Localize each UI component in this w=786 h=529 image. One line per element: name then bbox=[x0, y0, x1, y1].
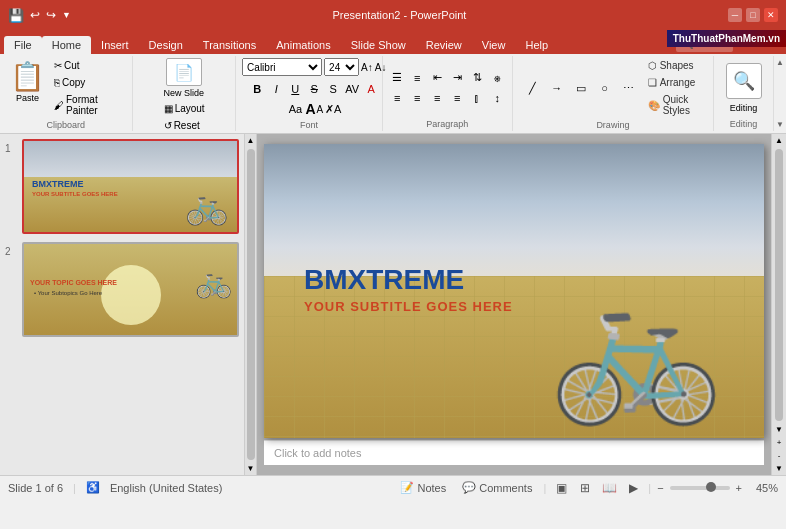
canvas-scroll-bottom[interactable]: ▼ bbox=[773, 462, 785, 475]
layout-icon: ▦ bbox=[164, 103, 173, 114]
new-slide-button[interactable]: 📄 bbox=[166, 58, 202, 86]
convert-to-smartart-button[interactable]: ⎈ bbox=[488, 69, 506, 87]
copy-button[interactable]: ⎘Copy bbox=[51, 75, 126, 90]
increase-indent-button[interactable]: ⇥ bbox=[448, 69, 466, 87]
columns-button[interactable]: ⫿ bbox=[468, 89, 486, 107]
font-family-select[interactable]: Calibri bbox=[242, 58, 322, 76]
canvas-scroll-down[interactable]: ▼ bbox=[773, 423, 785, 436]
find-button[interactable]: 🔍 bbox=[726, 63, 762, 99]
strikethrough-button[interactable]: S bbox=[305, 80, 323, 98]
justify-button[interactable]: ≡ bbox=[448, 89, 466, 107]
tab-review[interactable]: Review bbox=[416, 36, 472, 54]
zoom-thumb[interactable] bbox=[706, 482, 716, 492]
bold-button[interactable]: B bbox=[248, 80, 266, 98]
tab-view[interactable]: View bbox=[472, 36, 516, 54]
shapes-button[interactable]: ⬡ Shapes bbox=[644, 58, 707, 73]
cut-copy-column: ✂Cut ⎘Copy 🖌Format Painter bbox=[51, 58, 126, 118]
slideshow-button[interactable]: ▶ bbox=[624, 479, 642, 497]
tab-transitions[interactable]: Transitions bbox=[193, 36, 266, 54]
decrease-indent-button[interactable]: ⇤ bbox=[428, 69, 446, 87]
format-painter-button[interactable]: 🖌Format Painter bbox=[51, 92, 126, 118]
tab-slideshow[interactable]: Slide Show bbox=[341, 36, 416, 54]
notes-placeholder[interactable]: Click to add notes bbox=[264, 440, 764, 465]
redo-icon[interactable]: ↪ bbox=[46, 8, 56, 22]
tab-home[interactable]: Home bbox=[42, 36, 91, 54]
text-direction-button[interactable]: ⇅ bbox=[468, 69, 486, 87]
tab-insert[interactable]: Insert bbox=[91, 36, 139, 54]
canvas-scroll-up[interactable]: ▲ bbox=[773, 134, 785, 147]
thumb1-sky bbox=[24, 141, 237, 182]
tab-help[interactable]: Help bbox=[515, 36, 558, 54]
canvas-scroll-thumb[interactable] bbox=[775, 149, 783, 421]
align-center-button[interactable]: ≡ bbox=[408, 89, 426, 107]
close-button[interactable]: ✕ bbox=[764, 8, 778, 22]
minimize-button[interactable]: ─ bbox=[728, 8, 742, 22]
ribbon-scroll-up[interactable]: ▲ bbox=[776, 58, 784, 67]
font-color-button[interactable]: A bbox=[362, 80, 380, 98]
numbered-list-button[interactable]: ≡ bbox=[408, 69, 426, 87]
line-spacing-button[interactable]: ↕ bbox=[488, 89, 506, 107]
canvas-scroll-contract[interactable]: - bbox=[776, 449, 783, 462]
undo-icon[interactable]: ↩ bbox=[30, 8, 40, 22]
slide-thumb-1[interactable]: 1 BMXTREME YOUR SUBTITLE GOES HERE 🚲 bbox=[5, 139, 239, 234]
text-case-button[interactable]: Aa bbox=[286, 100, 304, 118]
canvas-title[interactable]: BMXTREME bbox=[304, 264, 464, 296]
align-row: ≡ ≡ ≡ ≡ ⫿ ↕ bbox=[388, 89, 506, 107]
notes-icon: 📝 bbox=[400, 481, 414, 494]
panel-scroll-down[interactable]: ▼ bbox=[245, 462, 257, 475]
slide-thumb-2[interactable]: 2 YOUR TOPIC GOES HERE • Your Subtopics … bbox=[5, 242, 239, 337]
slide-sorter-button[interactable]: ⊞ bbox=[576, 479, 594, 497]
zoom-in-icon[interactable]: + bbox=[736, 482, 742, 494]
increase-font-icon[interactable]: A↑ bbox=[361, 62, 373, 73]
shape-more[interactable]: ⋯ bbox=[615, 74, 643, 102]
canvas-scroll-expand[interactable]: + bbox=[775, 436, 784, 449]
clear-format-button[interactable]: ✗A bbox=[324, 100, 342, 118]
panel-scroll-thumb[interactable] bbox=[247, 149, 255, 460]
char-spacing-button[interactable]: AV bbox=[343, 80, 361, 98]
align-right-button[interactable]: ≡ bbox=[428, 89, 446, 107]
normal-view-button[interactable]: ▣ bbox=[552, 479, 570, 497]
tab-file[interactable]: File bbox=[4, 36, 42, 54]
font-content: Calibri 24 A↑ A↓ B I U S S AV A Aa A A ✗… bbox=[242, 58, 376, 118]
save-icon[interactable]: 💾 bbox=[8, 8, 24, 23]
thumb2-circle bbox=[101, 265, 161, 325]
quick-styles-button[interactable]: 🎨 Quick Styles bbox=[644, 92, 707, 118]
tell-me-box[interactable]: 🔍 Tell me bbox=[676, 34, 733, 52]
slide-canvas[interactable]: BMXTREME YOUR SUBTITLE GOES HERE 🚲 bbox=[264, 144, 764, 438]
new-slide-label[interactable]: New Slide bbox=[164, 88, 205, 98]
tab-animations[interactable]: Animations bbox=[266, 36, 340, 54]
accessibility-icon[interactable]: ♿ bbox=[86, 481, 100, 494]
slide-image-1[interactable]: BMXTREME YOUR SUBTITLE GOES HERE 🚲 bbox=[22, 139, 239, 234]
comments-label: Comments bbox=[479, 482, 532, 494]
underline-button[interactable]: U bbox=[286, 80, 304, 98]
tab-share[interactable]: Share bbox=[737, 34, 786, 52]
font-size-select[interactable]: 24 bbox=[324, 58, 359, 76]
tab-design[interactable]: Design bbox=[139, 36, 193, 54]
font-size-small-icon: A bbox=[317, 104, 324, 115]
canvas-subtitle[interactable]: YOUR SUBTITLE GOES HERE bbox=[304, 299, 513, 314]
bullet-list-button[interactable]: ☰ bbox=[388, 69, 406, 87]
slide-image-2[interactable]: YOUR TOPIC GOES HERE • Your Subtopics Go… bbox=[22, 242, 239, 337]
reading-view-button[interactable]: 📖 bbox=[600, 479, 618, 497]
zoom-out-icon[interactable]: − bbox=[657, 482, 663, 494]
paste-button[interactable]: 📋 Paste bbox=[6, 58, 49, 118]
cut-button[interactable]: ✂Cut bbox=[51, 58, 126, 73]
arrange-button[interactable]: ❑ Arrange bbox=[644, 75, 707, 90]
panel-scroll-up[interactable]: ▲ bbox=[245, 134, 257, 147]
cut-icon: ✂ bbox=[54, 60, 62, 71]
comments-button[interactable]: 💬 Comments bbox=[457, 479, 537, 496]
drawing-content: ╱ → ▭ ○ ⋯ ⬡ Shapes ❑ Arrange bbox=[519, 58, 707, 118]
customize-dropdown-icon[interactable]: ▼ bbox=[62, 10, 71, 20]
italic-button[interactable]: I bbox=[267, 80, 285, 98]
language-label[interactable]: English (United States) bbox=[110, 482, 223, 494]
zoom-level[interactable]: 45% bbox=[748, 482, 778, 494]
maximize-button[interactable]: □ bbox=[746, 8, 760, 22]
zoom-slider[interactable] bbox=[670, 486, 730, 490]
layout-button[interactable]: ▦Layout bbox=[161, 101, 211, 116]
reset-button[interactable]: ↺Reset bbox=[161, 118, 211, 133]
ribbon-scroll-down[interactable]: ▼ bbox=[776, 120, 784, 129]
find-icon: 🔍 bbox=[733, 70, 755, 92]
notes-button[interactable]: 📝 Notes bbox=[395, 479, 451, 496]
align-left-button[interactable]: ≡ bbox=[388, 89, 406, 107]
shadow-button[interactable]: S bbox=[324, 80, 342, 98]
